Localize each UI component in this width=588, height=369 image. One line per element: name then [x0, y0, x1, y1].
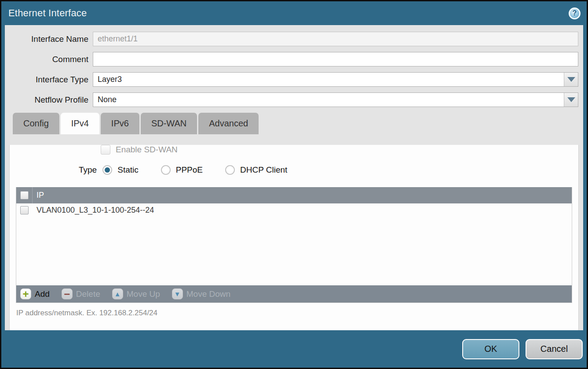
interface-name-label: Interface Name	[5, 34, 93, 44]
ip-table-toolbar: + Add − Delete ▲ Move Up ▼ Move Down	[16, 285, 572, 303]
delete-button-label: Delete	[76, 289, 100, 299]
chevron-down-icon	[567, 77, 575, 82]
add-button-label: Add	[35, 289, 50, 299]
interface-type-dropdown-button[interactable]	[564, 73, 578, 86]
comment-label: Comment	[5, 55, 93, 64]
move-down-button-label: Move Down	[186, 289, 230, 299]
netflow-profile-value[interactable]	[93, 93, 564, 107]
type-label: Type	[79, 165, 97, 175]
comment-field[interactable]	[93, 52, 578, 66]
field-row-interface-type: Interface Type	[5, 72, 578, 87]
tab-ipv4[interactable]: IPv4	[61, 113, 99, 134]
tab-ipv6[interactable]: IPv6	[101, 113, 139, 134]
radio-static-label[interactable]: Static	[117, 165, 139, 175]
ok-button[interactable]: OK	[462, 339, 519, 359]
field-row-netflow-profile: Netflow Profile	[5, 92, 578, 107]
ethernet-interface-dialog: Ethernet Interface ? Interface Name Comm…	[0, 0, 588, 369]
row-checkbox-cell	[16, 206, 33, 214]
move-down-button[interactable]: ▼ Move Down	[172, 288, 230, 299]
interface-type-value[interactable]	[93, 73, 564, 86]
tab-advanced[interactable]: Advanced	[198, 113, 259, 134]
dialog-title: Ethernet Interface	[8, 7, 569, 19]
interface-type-label: Interface Type	[5, 75, 93, 85]
cancel-button[interactable]: Cancel	[526, 339, 583, 359]
dialog-titlebar: Ethernet Interface ?	[1, 1, 587, 25]
ipv4-tab-panel: Enable SD-WAN Type Static PPPoE DHCP Cli…	[9, 145, 579, 330]
ip-table-body: VLAN0100_L3_10-1-100-254--24	[16, 203, 572, 285]
enable-sdwan-checkbox	[101, 145, 110, 155]
ip-format-hint: IP address/netmask. Ex. 192.168.2.254/24	[16, 309, 578, 317]
ip-cell[interactable]: VLAN0100_L3_10-1-100-254--24	[33, 206, 154, 215]
select-all-checkbox[interactable]	[20, 191, 29, 199]
tab-bar: Config IPv4 IPv6 SD-WAN Advanced	[5, 113, 583, 134]
field-row-interface-name: Interface Name	[5, 32, 578, 46]
dialog-body: Interface Name Comment Interface Type Ne…	[5, 25, 583, 330]
minus-icon: −	[62, 288, 73, 299]
dialog-footer: OK Cancel	[1, 330, 587, 368]
delete-button[interactable]: − Delete	[62, 288, 100, 299]
ip-table-header: IP	[16, 187, 572, 203]
help-icon[interactable]: ?	[569, 7, 581, 19]
arrow-up-icon: ▲	[112, 288, 123, 299]
radio-dhcp-client[interactable]	[225, 165, 235, 175]
interface-type-dropdown[interactable]	[93, 72, 578, 87]
ip-column-header: IP	[33, 191, 44, 200]
interface-name-field	[93, 32, 578, 46]
chevron-down-icon	[567, 97, 575, 102]
table-row[interactable]: VLAN0100_L3_10-1-100-254--24	[16, 203, 572, 217]
row-checkbox[interactable]	[20, 206, 29, 214]
netflow-profile-dropdown[interactable]	[93, 92, 578, 107]
radio-pppoe[interactable]	[161, 165, 171, 175]
field-row-comment: Comment	[5, 52, 578, 66]
move-up-button-label: Move Up	[127, 289, 160, 299]
radio-pppoe-label[interactable]: PPPoE	[176, 165, 203, 175]
plus-icon: +	[20, 288, 31, 299]
radio-static[interactable]	[102, 165, 112, 175]
tab-config[interactable]: Config	[13, 113, 59, 134]
enable-sdwan-row: Enable SD-WAN	[101, 145, 578, 155]
arrow-down-icon: ▼	[172, 288, 183, 299]
select-all-cell	[16, 187, 33, 203]
type-radio-group: Type Static PPPoE DHCP Client	[79, 165, 578, 175]
radio-dhcp-client-label[interactable]: DHCP Client	[240, 165, 287, 175]
netflow-profile-label: Netflow Profile	[5, 95, 93, 105]
tab-sdwan[interactable]: SD-WAN	[141, 113, 197, 134]
ip-table: IP VLAN0100_L3_10-1-100-254--24 + Add	[16, 187, 572, 303]
move-up-button[interactable]: ▲ Move Up	[112, 288, 160, 299]
enable-sdwan-label: Enable SD-WAN	[116, 145, 178, 155]
add-button[interactable]: + Add	[20, 288, 50, 299]
netflow-profile-dropdown-button[interactable]	[564, 93, 578, 107]
